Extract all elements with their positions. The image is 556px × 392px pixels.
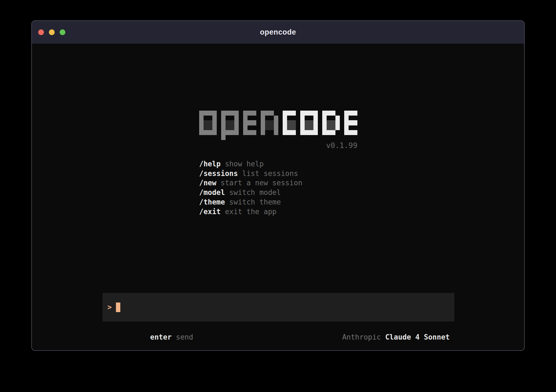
command-description: show help <box>221 160 264 168</box>
command-name: /model <box>199 188 225 197</box>
command-item: /model switch model <box>199 188 302 197</box>
send-action-label: send <box>176 333 193 341</box>
command-description: exit the app <box>221 208 277 216</box>
command-item: /exit exit the app <box>199 207 302 217</box>
prompt-symbol: > <box>107 303 116 311</box>
status-bar: enter send Anthropic Claude 4 Sonnet <box>102 323 454 351</box>
logo-block: v0.1.99 <box>199 111 357 150</box>
command-name: /exit <box>199 208 221 216</box>
terminal-content: v0.1.99 /help show help/sessions list se… <box>32 21 524 350</box>
prompt-input[interactable]: > <box>102 293 454 321</box>
provider-label: Anthropic <box>342 333 381 341</box>
keybind-hint: enter send <box>107 323 193 351</box>
command-description: list sessions <box>238 169 298 178</box>
command-description: switch model <box>225 188 281 197</box>
command-item: /sessions list sessions <box>199 169 302 178</box>
command-item: /new start a new session <box>199 178 302 188</box>
command-item: /help show help <box>199 159 302 169</box>
command-description: start a new session <box>216 179 302 187</box>
opencode-logo <box>199 111 357 140</box>
version-label: v0.1.99 <box>199 141 357 150</box>
enter-key-label: enter <box>150 333 172 341</box>
command-name: /theme <box>199 198 225 206</box>
command-list: /help show help/sessions list sessions/n… <box>199 159 302 216</box>
command-name: /help <box>199 160 221 168</box>
model-label: Claude 4 Sonnet <box>385 333 450 341</box>
model-indicator[interactable]: Anthropic Claude 4 Sonnet <box>299 323 450 351</box>
opencode-window: opencode v0.1.99 /help show help/session… <box>31 20 525 351</box>
command-description: switch theme <box>225 198 281 206</box>
command-name: /sessions <box>199 169 238 178</box>
command-name: /new <box>199 179 216 187</box>
text-cursor <box>116 303 120 312</box>
command-item: /theme switch theme <box>199 197 302 207</box>
